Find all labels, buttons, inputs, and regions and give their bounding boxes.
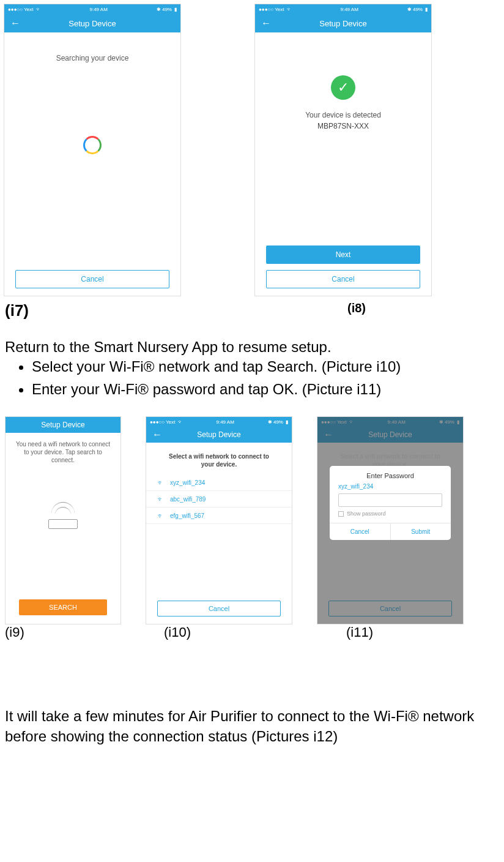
caption-i8: (i8): [347, 301, 366, 320]
wifi-network-item[interactable]: ᯤabc_wifi_789: [146, 491, 292, 508]
screenshot-i11: ●●●○○ Yextᯤ 9:49 AM ✱ 49%▮ ← Setup Devic…: [317, 416, 464, 624]
check-icon: ✓: [331, 75, 355, 100]
caption-row-top: (i7) (i8): [0, 301, 504, 326]
router-icon: [45, 501, 81, 529]
status-bar: ●●●○○ Yextᯤ 9:49 AM ✱ 49%▮: [4, 4, 180, 14]
nav-bar: Setup Device: [6, 417, 120, 433]
nav-title: Setup Device: [41, 421, 84, 429]
wifi-icon: ᯤ: [157, 479, 164, 486]
nav-title: Setup Device: [197, 430, 240, 439]
wifi-network-item[interactable]: ᯤxyz_wifi_234: [146, 474, 292, 491]
screenshot-i8: ●●●○○ Yextᯤ 9:49 AM ✱ 49%▮ ← Setup Devic…: [254, 4, 432, 296]
nav-bar: ← Setup Device: [317, 427, 463, 443]
spinner-icon: [83, 136, 102, 154]
nav-bar: ← Setup Device: [255, 14, 431, 32]
screenshot-i9: Setup Device You need a wifi network to …: [5, 416, 121, 624]
instruction-bullet-2: Enter your Wi-Fi® password and tap OK. (…: [32, 380, 499, 399]
show-password-toggle[interactable]: Show password: [330, 511, 451, 523]
screenshot-i10: ●●●○○ Yextᯤ 9:49 AM ✱ 49%▮ ← Setup Devic…: [146, 416, 292, 624]
status-bar: ●●●○○ Yextᯤ 9:49 AM ✱ 49%▮: [255, 4, 431, 14]
password-dialog: Enter Password xyz_wifi_234 Show passwor…: [330, 466, 451, 540]
cancel-button[interactable]: Cancel: [157, 601, 281, 617]
back-icon[interactable]: ←: [152, 430, 162, 440]
wifi-needed-label: You need a wifi network to connect to yo…: [6, 433, 120, 464]
instruction-bullet-1: Select your Wi-Fi® network and tap Searc…: [32, 357, 499, 377]
caption-row-mid: (i9) (i10) (i11): [0, 624, 504, 645]
nav-title: Setup Device: [319, 19, 366, 28]
detected-label: Your device is detected: [255, 111, 431, 119]
caption-i9: (i9): [5, 624, 164, 640]
selected-network: xyz_wifi_234: [330, 483, 451, 492]
password-input[interactable]: [338, 493, 442, 507]
back-icon[interactable]: ←: [261, 18, 271, 28]
caption-i10: (i10): [164, 624, 346, 640]
caption-i11: (i11): [346, 624, 373, 640]
nav-title: Setup Device: [69, 19, 116, 28]
footer-instruction: It will take a few minutes for Air Purif…: [0, 645, 504, 752]
device-id: MBP87SN-XXX: [255, 122, 431, 130]
wifi-icon: ᯤ: [157, 512, 164, 519]
nav-title: Setup Device: [368, 430, 412, 439]
caption-i7: (i7): [5, 301, 182, 320]
screenshot-i7: ●●●○○ Yextᯤ 9:49 AM ✱ 49%▮ ← Setup Devic…: [4, 4, 181, 296]
next-button[interactable]: Next: [266, 245, 420, 264]
checkbox-icon: [338, 511, 344, 517]
searching-label: Searching your device: [4, 54, 180, 62]
status-bar: ●●●○○ Yextᯤ 9:49 AM ✱ 49%▮: [146, 417, 292, 427]
wifi-network-item[interactable]: ᯤefg_wifi_567: [146, 508, 292, 524]
wifi-select-prompt: Select a wifi network to connect to your…: [146, 443, 292, 474]
cancel-button[interactable]: Cancel: [266, 270, 420, 288]
dialog-title: Enter Password: [330, 466, 451, 483]
wifi-icon: ᯤ: [157, 495, 164, 503]
instruction-block: Return to the Smart Nursery App to resum…: [0, 326, 504, 404]
cancel-button[interactable]: Cancel: [15, 270, 169, 288]
nav-bar: ← Setup Device: [146, 427, 292, 443]
search-button[interactable]: SEARCH: [19, 599, 107, 615]
back-icon[interactable]: ←: [10, 18, 20, 28]
cancel-button[interactable]: Cancel: [328, 601, 452, 617]
dialog-submit-button[interactable]: Submit: [391, 523, 451, 540]
dialog-cancel-button[interactable]: Cancel: [330, 523, 391, 540]
instruction-intro: Return to the Smart Nursery App to resum…: [5, 337, 499, 357]
status-bar: ●●●○○ Yextᯤ 9:49 AM ✱ 49%▮: [317, 417, 463, 427]
nav-bar: ← Setup Device: [4, 14, 180, 32]
back-icon[interactable]: ←: [324, 430, 333, 440]
